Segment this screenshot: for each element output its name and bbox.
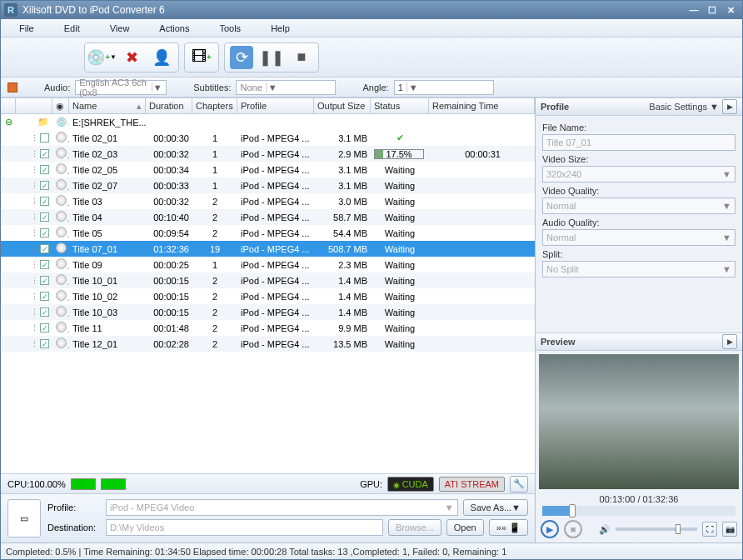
- filename-label: File Name:: [542, 122, 736, 132]
- transfer-button[interactable]: »» 📱: [489, 519, 528, 536]
- select-all-marker[interactable]: [7, 82, 17, 92]
- stop-button[interactable]: ■: [290, 46, 313, 69]
- menu-tools[interactable]: Tools: [209, 23, 261, 33]
- menu-actions[interactable]: Actions: [149, 23, 209, 33]
- videoq-field[interactable]: Normal▼: [542, 198, 736, 214]
- menu-help[interactable]: Help: [261, 23, 310, 33]
- angle-select[interactable]: 1▼: [394, 80, 494, 95]
- angle-label: Angle:: [362, 82, 388, 92]
- videosize-label: Video Size:: [542, 154, 736, 164]
- selector-row: Audio: English AC3 6ch (0x8▼ Subtitles: …: [1, 78, 742, 98]
- window-title: Xilisoft DVD to iPod Converter 6: [22, 4, 686, 16]
- profile-panel-header: Profile Basic Settings ▼ ▶: [536, 98, 742, 116]
- profile-collapse-button[interactable]: ▶: [722, 99, 737, 114]
- col-icon[interactable]: ◉: [52, 98, 69, 113]
- table-row[interactable]: ⋮Title 02_0100:00:301iPod - MPEG4 ...3.1…: [1, 130, 535, 146]
- subtitles-select[interactable]: None▼: [236, 80, 336, 95]
- saveas-button[interactable]: Save As... ▼: [463, 499, 528, 516]
- audioq-field[interactable]: Normal▼: [542, 229, 736, 246]
- property-pane: File Name: Title 07_01 Video Size: 320x2…: [536, 116, 742, 282]
- table-row[interactable]: ⋮✓Title 0500:09:542iPod - MPEG4 ...54.4 …: [1, 225, 535, 241]
- split-label: Split:: [542, 249, 736, 259]
- col-check[interactable]: [16, 98, 52, 113]
- col-chapters[interactable]: Chapters: [192, 98, 237, 113]
- browse-button[interactable]: Browse...: [388, 519, 441, 536]
- destination-field[interactable]: D:\My Videos: [106, 519, 383, 536]
- play-button[interactable]: ▶: [541, 520, 559, 538]
- root-row[interactable]: ⊖📁💿E:[SHREK_THE...: [1, 114, 535, 130]
- remove-button[interactable]: ✖: [120, 46, 143, 69]
- audioq-label: Audio Quality:: [542, 218, 736, 228]
- app-logo-icon: R: [4, 3, 17, 17]
- bottom-box: ▭ Profile: iPod - MPEG4 Video▼ Save As..…: [1, 493, 535, 542]
- menu-edit[interactable]: Edit: [54, 23, 100, 33]
- titlebar: R Xilisoft DVD to iPod Converter 6 — ☐ ✕: [1, 1, 742, 19]
- videosize-field[interactable]: 320x240▼: [542, 166, 736, 182]
- table-row[interactable]: ⋮✓Title 02_0700:00:331iPod - MPEG4 ...3.…: [1, 178, 535, 193]
- col-profile[interactable]: Profile: [237, 98, 314, 113]
- gpu-label: GPU:: [360, 479, 382, 489]
- table-row[interactable]: ⋮✓Title 0300:00:322iPod - MPEG4 ...3.0 M…: [1, 193, 535, 209]
- statusbar: Completed: 0.5% | Time Remaining: 01:34:…: [1, 542, 742, 559]
- stop-preview-button[interactable]: ■: [564, 520, 582, 538]
- audio-select[interactable]: English AC3 6ch (0x8▼: [75, 80, 167, 95]
- menubar: File Edit View Actions Tools Help: [1, 19, 742, 38]
- minimize-button[interactable]: —: [686, 3, 702, 17]
- user-button[interactable]: 👤: [150, 46, 173, 69]
- audio-label: Audio:: [44, 82, 70, 92]
- settings-button[interactable]: 🔧: [510, 476, 528, 492]
- menu-view[interactable]: View: [100, 23, 150, 33]
- volume-slider[interactable]: [616, 528, 697, 531]
- table-row[interactable]: ⋮✓Title 12_0100:02:282iPod - MPEG4 ...13…: [1, 336, 535, 352]
- col-output[interactable]: Output Size: [314, 98, 371, 113]
- ati-badge: ATI STREAM: [439, 477, 505, 492]
- table-row[interactable]: ⋮✓Title 02_0500:00:341iPod - MPEG4 ...3.…: [1, 162, 535, 178]
- subtitles-label: Subtitles:: [193, 82, 231, 92]
- col-marker[interactable]: [1, 98, 16, 113]
- add-dvd-button[interactable]: 💿+▼: [90, 46, 113, 69]
- table-row[interactable]: ⋮✓Title 10_0200:00:152iPod - MPEG4 ...1.…: [1, 288, 535, 304]
- basic-settings-dropdown[interactable]: Basic Settings ▼: [649, 102, 719, 112]
- profile-field[interactable]: iPod - MPEG4 Video▼: [106, 499, 458, 516]
- preview-collapse-button[interactable]: ▶: [722, 334, 737, 349]
- profile-label: Profile:: [47, 502, 101, 512]
- videoq-label: Video Quality:: [542, 186, 736, 196]
- toolbar: 💿+▼ ✖ 👤 🎞+ ⟳ ❚❚ ■: [1, 38, 742, 78]
- cpu-label: CPU:100.00%: [7, 479, 66, 489]
- table-header: ◉ Name▴ Duration Chapters Profile Output…: [1, 98, 535, 114]
- table-row[interactable]: ⋮✓Title 10_0300:00:152iPod - MPEG4 ...1.…: [1, 304, 535, 320]
- preview-image: [539, 354, 739, 489]
- preview-header: Preview ▶: [536, 332, 742, 351]
- maximize-button[interactable]: ☐: [704, 3, 721, 17]
- pause-button[interactable]: ❚❚: [260, 46, 283, 69]
- col-remaining[interactable]: Remaining Time: [429, 98, 535, 113]
- cuda-badge: ◉ CUDA: [387, 477, 434, 492]
- table-row[interactable]: ⋮✓Title 0900:00:251iPod - MPEG4 ...2.3 M…: [1, 257, 535, 272]
- convert-button[interactable]: ⟳: [230, 46, 253, 69]
- filename-field[interactable]: Title 07_01: [542, 134, 736, 151]
- col-status[interactable]: Status: [371, 98, 429, 113]
- table-row[interactable]: ⋮✓Title 0400:10:402iPod - MPEG4 ...58.7 …: [1, 209, 535, 225]
- table-row[interactable]: ⋮✓Title 07_0101:32:3619iPod - MPEG4 ...5…: [1, 241, 535, 257]
- table-row[interactable]: ⋮✓Title 02_0300:00:321iPod - MPEG4 ...2.…: [1, 146, 535, 162]
- close-button[interactable]: ✕: [722, 3, 739, 17]
- open-button[interactable]: Open: [446, 519, 484, 536]
- split-field[interactable]: No Split▼: [542, 261, 736, 278]
- cpu-bar-2: [101, 478, 126, 490]
- table-body: ⊖📁💿E:[SHREK_THE...⋮Title 02_0100:00:301i…: [1, 114, 535, 473]
- cpu-bar-1: [71, 478, 96, 490]
- table-row[interactable]: ⋮✓Title 1100:01:482iPod - MPEG4 ...9.9 M…: [1, 320, 535, 336]
- menu-file[interactable]: File: [9, 23, 54, 33]
- volume-icon[interactable]: 🔊: [599, 524, 611, 535]
- destination-label: Destination:: [47, 522, 101, 532]
- cpu-row: CPU:100.00% GPU: ◉ CUDA ATI STREAM 🔧: [1, 473, 535, 493]
- preview-slider[interactable]: [542, 506, 736, 516]
- device-icon: ▭: [7, 499, 41, 538]
- col-duration[interactable]: Duration: [146, 98, 192, 113]
- preview-time: 00:13:00 / 01:32:36: [536, 492, 742, 506]
- fullscreen-button[interactable]: ⛶: [702, 522, 717, 537]
- table-row[interactable]: ⋮✓Title 10_0100:00:152iPod - MPEG4 ...1.…: [1, 272, 535, 288]
- snapshot-button[interactable]: 📷: [722, 522, 737, 537]
- col-name[interactable]: Name▴: [69, 98, 146, 113]
- film-button[interactable]: 🎞+: [190, 46, 213, 69]
